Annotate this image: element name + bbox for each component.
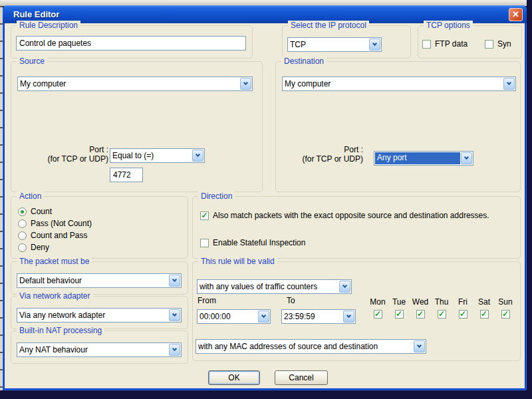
destination-port-condition-select[interactable]: Any port (374, 151, 473, 166)
to-time-select[interactable]: 23:59:59 (281, 309, 356, 324)
day-column: Sat (474, 297, 494, 319)
ftp-data-label: FTP data (435, 39, 467, 49)
group-label: Action (17, 192, 44, 201)
direction-stateful-row: Enable Stateful Inspection (200, 238, 305, 247)
group-label: TCP options (424, 21, 473, 31)
syn-label: Syn (497, 39, 511, 49)
day-sun-checkbox[interactable] (501, 310, 510, 319)
source-address-select[interactable]: My computer (17, 76, 253, 91)
group-label: Built-in NAT processing (17, 326, 104, 336)
action-deny-radio[interactable] (18, 243, 27, 252)
nat-select[interactable]: Any NAT behaviour (17, 342, 182, 357)
from-time-select[interactable]: 00:00:00 (197, 309, 271, 324)
chevron-down-icon[interactable] (169, 309, 180, 321)
packet-must-be-select[interactable]: Default behaviour (17, 273, 182, 288)
day-thu-checkbox[interactable] (438, 310, 446, 319)
window-title: Rule Editor (13, 9, 509, 19)
opposite-addresses-label: Also match packets with the exact opposi… (213, 211, 489, 220)
cancel-button[interactable]: Cancel (275, 370, 328, 385)
packet-must-be-value: Default behaviour (17, 275, 168, 287)
stateful-inspection-label: Enable Stateful Inspection (213, 238, 305, 247)
source-address-value: My computer (18, 78, 239, 90)
day-wed-label: Wed (410, 297, 430, 307)
mac-addresses-value: with any MAC addresses of source and des… (196, 340, 413, 352)
close-icon[interactable]: ✕ (509, 8, 523, 21)
traffic-counters-value: with any values of traffic counters (198, 281, 338, 293)
day-mon-checkbox[interactable] (374, 310, 382, 319)
ok-button[interactable]: OK (208, 370, 260, 385)
source-port-label: Port : (for TCP or UDP) (45, 145, 108, 164)
day-fri-checkbox[interactable] (459, 310, 467, 319)
chevron-down-icon[interactable] (258, 311, 269, 323)
group-label: Rule Description (17, 21, 80, 31)
chevron-down-icon[interactable] (461, 152, 472, 164)
chevron-down-icon[interactable] (503, 78, 515, 90)
from-time-value: 00:00:00 (198, 311, 257, 323)
chevron-down-icon[interactable] (169, 275, 180, 287)
action-option-row: Pass (Not Count) (18, 219, 92, 228)
to-time-value: 23:59:59 (282, 311, 342, 323)
source-port-condition-value: Equal to (=) (110, 150, 192, 162)
destination-port-label: Port : (for TCP or UDP) (297, 145, 363, 164)
destination-port-condition-value: Any port (375, 152, 460, 164)
destination-address-select[interactable]: My computer (282, 76, 516, 91)
action-option-row: Count and Pass (18, 231, 87, 240)
group-label: The packet must be (17, 257, 92, 267)
traffic-counters-select[interactable]: with any values of traffic counters (197, 279, 352, 294)
action-count-pass-radio[interactable] (18, 231, 27, 240)
stateful-inspection-checkbox[interactable] (200, 239, 209, 247)
source-port-condition-select[interactable]: Equal to (=) (110, 148, 205, 163)
action-deny-label: Deny (31, 243, 49, 252)
day-fri-label: Fri (453, 297, 473, 307)
group-label: Via network adapter (17, 291, 93, 301)
chevron-down-icon[interactable] (339, 281, 350, 293)
action-option-row: Count (18, 207, 52, 216)
syn-checkbox-row: Syn (485, 39, 511, 49)
chevron-down-icon[interactable] (343, 311, 354, 323)
day-sun-label: Sun (495, 297, 515, 307)
ip-protocol-select[interactable]: TCP (287, 37, 382, 52)
chevron-down-icon[interactable] (240, 78, 251, 90)
day-sat-checkbox[interactable] (480, 310, 489, 319)
group-label: This rule will be valid (198, 257, 277, 267)
direction-opposite-row: Also match packets with the exact opposi… (200, 211, 489, 220)
day-tue-label: Tue (389, 297, 409, 307)
day-sat-label: Sat (474, 297, 494, 307)
group-label: Source (17, 57, 47, 66)
destination-address-value: My computer (283, 78, 503, 90)
action-count-label: Count (31, 207, 52, 216)
group-direction: Direction (192, 196, 521, 259)
from-label: From (198, 297, 216, 305)
chevron-down-icon[interactable] (192, 150, 203, 162)
ip-protocol-value: TCP (288, 39, 368, 51)
group-label: Direction (198, 192, 235, 201)
day-column: Mon (368, 297, 388, 319)
chevron-down-icon[interactable] (169, 344, 180, 356)
nat-value: Any NAT behaviour (17, 344, 168, 356)
action-count-radio[interactable] (18, 207, 27, 216)
day-wed-checkbox[interactable] (416, 310, 425, 319)
via-adapter-select[interactable]: Via any network adapter (17, 308, 182, 323)
day-mon-label: Mon (368, 297, 388, 307)
day-column: Tue (389, 297, 409, 319)
group-label: Destination (281, 57, 327, 66)
action-option-row: Deny (18, 243, 49, 252)
mac-addresses-select[interactable]: with any MAC addresses of source and des… (196, 339, 426, 354)
ftp-data-checkbox[interactable] (422, 40, 431, 49)
dialog-client-area: Rule Description Select the IP protocol … (5, 23, 525, 388)
source-port-input[interactable] (110, 168, 143, 182)
ftp-data-checkbox-row: FTP data (422, 39, 467, 49)
rule-editor-dialog: Rule Editor ✕ Rule Description Select th… (3, 5, 527, 390)
day-column: Wed (410, 297, 430, 319)
chevron-down-icon[interactable] (369, 39, 380, 51)
via-adapter-value: Via any network adapter (17, 309, 168, 321)
opposite-addresses-checkbox[interactable] (200, 211, 209, 220)
action-pass-radio[interactable] (18, 219, 27, 228)
chevron-down-icon[interactable] (414, 340, 425, 352)
day-tue-checkbox[interactable] (395, 310, 404, 319)
syn-checkbox[interactable] (485, 40, 493, 49)
rule-description-input[interactable] (16, 36, 246, 51)
day-column: Thu (432, 297, 452, 319)
day-column: Fri (453, 297, 473, 319)
day-column: Sun (495, 297, 515, 319)
